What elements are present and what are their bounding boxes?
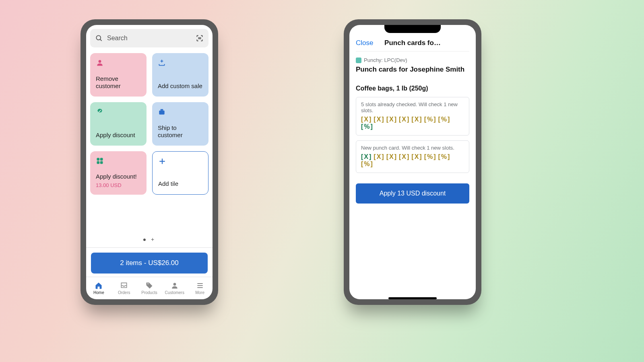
search-input[interactable] (107, 35, 192, 42)
tile-label: Add tile (158, 180, 202, 188)
svg-rect-8 (159, 111, 164, 115)
card-note: 5 slots already checked. Will check 1 ne… (361, 101, 464, 113)
cart-button[interactable]: 2 items - US$26.00 (91, 253, 208, 274)
tile-label: Remove customer (96, 75, 141, 90)
page-indicator: ● + (86, 233, 213, 247)
page-title: Punch cards for Josephine Smith (356, 66, 469, 74)
tile-label: Add custom sale (158, 82, 203, 90)
tag-icon (145, 282, 153, 290)
card-note: New punch card. Will check 1 new slots. (361, 145, 464, 151)
phone-frame-left: Remove customer Add custom sale Apply di… (80, 19, 218, 305)
svg-line-1 (100, 39, 102, 41)
inbox-icon (120, 282, 128, 290)
tile-apply-discount-app[interactable]: Apply discount! 13.00 USD (90, 151, 147, 195)
nav-label: Customers (165, 290, 184, 295)
nav-home[interactable]: Home (86, 277, 111, 299)
svg-point-5 (99, 60, 101, 63)
tile-add-tile[interactable]: Add tile (152, 151, 208, 195)
nav-label: Products (141, 290, 157, 295)
punch-card-2: New punch card. Will check 1 new slots. … (356, 140, 469, 173)
discount-badge-icon (96, 108, 104, 116)
app-name: Punchy: LPC(Dev) (364, 57, 407, 63)
tile-label: Apply discount (96, 132, 141, 139)
nav-label: Orders (118, 290, 130, 295)
svg-point-16 (173, 283, 176, 286)
apply-discount-button[interactable]: Apply 13 USD discount (356, 183, 469, 204)
screen-left: Remove customer Add custom sale Apply di… (86, 25, 213, 299)
tile-ship-to-customer[interactable]: Ship to customer (152, 102, 208, 146)
shipping-box-icon (158, 108, 166, 116)
app-grid-icon (96, 157, 104, 165)
phone-frame-right: Close Punch cards fo… Punchy: LPC(Dev) P… (344, 19, 481, 305)
tile-add-custom-sale[interactable]: Add custom sale (152, 53, 208, 97)
nav-label: More (195, 290, 204, 295)
bottom-nav: Home Orders Products Customers More (86, 277, 213, 299)
svg-rect-12 (97, 161, 100, 164)
svg-rect-9 (161, 109, 163, 110)
tile-label: Ship to customer (158, 124, 203, 140)
card-slots: [X][X][X][X][X][%][%][%] (361, 116, 464, 130)
tile-remove-customer[interactable]: Remove customer (90, 53, 147, 97)
card-slots: [X][X][X][X][X][%][%][%] (361, 153, 464, 168)
modal-header: Close Punch cards fo… (356, 35, 469, 51)
person-icon (96, 59, 104, 67)
search-bar[interactable] (90, 29, 208, 47)
menu-icon (196, 282, 204, 290)
punch-card-1: 5 slots already checked. Will check 1 ne… (356, 97, 469, 136)
home-indicator (388, 297, 437, 299)
app-icon (356, 58, 361, 63)
svg-rect-13 (100, 161, 103, 164)
tile-grid: Remove customer Add custom sale Apply di… (86, 50, 213, 233)
tile-sublabel: 13.00 USD (96, 182, 141, 188)
plus-icon (158, 157, 166, 165)
svg-rect-10 (97, 158, 100, 161)
close-button[interactable]: Close (356, 39, 373, 47)
home-icon (95, 282, 103, 290)
product-title: Coffee bags, 1 lb (250g) (356, 85, 469, 92)
nav-more[interactable]: More (187, 277, 213, 299)
svg-rect-11 (100, 158, 103, 161)
person-icon (171, 282, 179, 290)
tile-label: Apply discount! (96, 173, 141, 181)
screen-right: Close Punch cards fo… Punchy: LPC(Dev) P… (349, 25, 476, 299)
nav-orders[interactable]: Orders (111, 277, 137, 299)
nav-label: Home (93, 290, 104, 295)
upload-plus-icon (158, 59, 166, 67)
notch (384, 25, 441, 33)
barcode-scan-icon[interactable] (196, 34, 204, 42)
tile-apply-discount[interactable]: Apply discount (90, 102, 147, 146)
search-icon (95, 34, 103, 42)
nav-products[interactable]: Products (137, 277, 162, 299)
app-source: Punchy: LPC(Dev) (356, 57, 469, 63)
nav-customers[interactable]: Customers (162, 277, 187, 299)
svg-point-0 (96, 35, 101, 40)
divider (86, 247, 213, 248)
